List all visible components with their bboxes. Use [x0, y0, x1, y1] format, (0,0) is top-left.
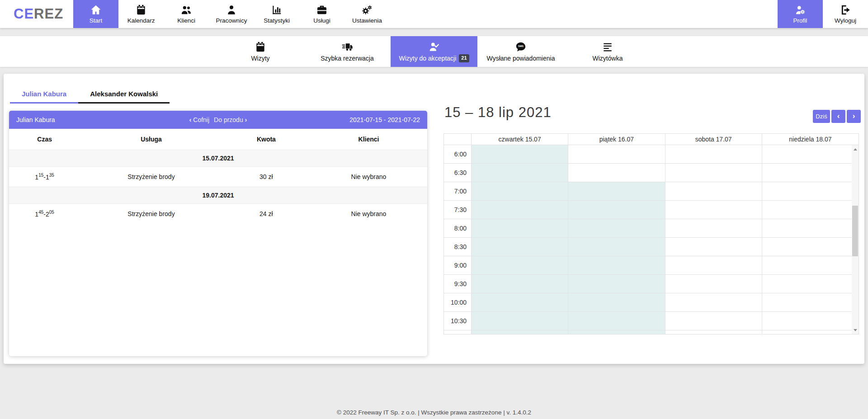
- calendar-slot[interactable]: [665, 312, 762, 330]
- calendar-slot-available[interactable]: [568, 330, 665, 334]
- calendar-slot-available[interactable]: [568, 238, 665, 256]
- calendar-slot[interactable]: [665, 219, 762, 237]
- calendar-slot[interactable]: [665, 182, 762, 200]
- subnav-item-label: Wizyty: [251, 55, 269, 62]
- subnav-item-wizyty-do-akceptacji[interactable]: Wizyty do akceptacji21: [391, 36, 477, 67]
- subnav-item-text: Wizytówka: [593, 55, 623, 62]
- calendar-slot[interactable]: [762, 275, 859, 293]
- calendar-slot[interactable]: [762, 330, 859, 334]
- calendar-slot-available[interactable]: [471, 145, 568, 163]
- nav-item-start[interactable]: Start: [73, 0, 118, 28]
- calendar-slot[interactable]: [762, 164, 859, 182]
- calendar-slot[interactable]: [762, 201, 859, 219]
- calendar-slot-available[interactable]: [471, 201, 568, 219]
- calendar-slot-available[interactable]: [568, 275, 665, 293]
- subnav-item-szybka-rezerwacja[interactable]: Szybka rezerwacja: [304, 36, 391, 67]
- nav-item-label: Wyloguj: [835, 17, 856, 24]
- subnav-item-label: Wysłane powiadomienia: [487, 55, 555, 62]
- calendar-row: 7:00: [444, 182, 859, 201]
- nav-item-klienci[interactable]: Klienci: [164, 0, 209, 28]
- time-label: 6:30: [444, 164, 471, 182]
- scroll-down-icon[interactable]: [852, 327, 859, 334]
- tab-aleksander-kowalski[interactable]: Aleksander Kowalski: [78, 86, 170, 104]
- calendar-slot-available[interactable]: [471, 293, 568, 311]
- calendar-slot[interactable]: [665, 145, 762, 163]
- calendar-slot-available[interactable]: [568, 219, 665, 237]
- nav-item-pracownicy[interactable]: Pracownicy: [209, 0, 254, 28]
- calendar-slot[interactable]: [762, 256, 859, 274]
- subnav-item-wizytowka[interactable]: Wizytówka: [564, 36, 651, 67]
- person-check-icon: [428, 41, 440, 52]
- calendar-slot[interactable]: [665, 275, 762, 293]
- calendar-row: 8:00: [444, 219, 859, 238]
- day-header: piątek 16.07: [568, 134, 665, 145]
- calendar-slot[interactable]: [762, 219, 859, 237]
- calendar-slot[interactable]: [762, 312, 859, 330]
- calendar-slot[interactable]: [665, 330, 762, 334]
- calendar-slot-available[interactable]: [471, 312, 568, 330]
- nav-item-uslugi[interactable]: Usługi: [299, 0, 344, 28]
- calendar-slot-available[interactable]: [471, 330, 568, 334]
- calendar-icon: [255, 41, 266, 53]
- subnav-item-label: Szybka rezerwacja: [321, 55, 374, 62]
- back-link-label: Cofnij: [193, 116, 209, 123]
- appointments-card: Julian Kabura ‹ Cofnij Do przodu › 2021-…: [9, 111, 427, 356]
- nav-item-kalendarz[interactable]: Kalendarz: [118, 0, 164, 28]
- calendar-slot[interactable]: [665, 201, 762, 219]
- calendar-slot-available[interactable]: [568, 312, 665, 330]
- scroll-up-icon[interactable]: [852, 146, 859, 153]
- tab-julian-kabura[interactable]: Julian Kabura: [10, 86, 78, 104]
- subnav-item-text: Wizyty do akceptacji: [399, 55, 456, 62]
- top-nav: CEREZ StartKalendarzKlienciPracownicySta…: [0, 0, 868, 28]
- appointment-row[interactable]: 145-205Strzyżenie brody24 złNie wybrano: [9, 204, 427, 224]
- calendar-slot-available[interactable]: [568, 182, 665, 200]
- calendar-slot[interactable]: [665, 256, 762, 274]
- calendar-slot[interactable]: [762, 145, 859, 163]
- top-nav-spacer: [390, 0, 778, 28]
- calendar-slot[interactable]: [665, 238, 762, 256]
- calendar-grid: czwartek 15.07piątek 16.07sobota 17.07ni…: [443, 133, 859, 334]
- time-label: 9:30: [444, 275, 471, 293]
- calendar-slot-available[interactable]: [471, 275, 568, 293]
- time-label: 6:00: [444, 145, 471, 163]
- calendar-slot-available[interactable]: [471, 219, 568, 237]
- calendar-slot[interactable]: [762, 238, 859, 256]
- calendar-row: 8:30: [444, 238, 859, 256]
- calendar-slot[interactable]: [665, 293, 762, 311]
- calendar-prev-button[interactable]: ‹: [831, 110, 845, 123]
- calendar-slot-available[interactable]: [568, 201, 665, 219]
- date-range: 2021-07-15 - 2021-07-22: [307, 116, 420, 123]
- today-button[interactable]: Dziś: [813, 110, 830, 123]
- nav-item-profil[interactable]: Profil: [778, 0, 823, 28]
- calendar-slot[interactable]: [762, 182, 859, 200]
- nav-item-wyloguj[interactable]: Wyloguj: [823, 0, 868, 28]
- subnav-item-wyslane-powiadomienia[interactable]: SMSWysłane powiadomienia: [477, 36, 564, 67]
- time-label: 7:30: [444, 201, 471, 219]
- calendar-body: 6:006:307:007:308:008:309:009:3010:0010:…: [444, 145, 859, 334]
- appointment-row[interactable]: 115-135Strzyżenie brody30 złNie wybrano: [9, 167, 427, 187]
- appointments-table-header-row: CzasUsługaKwotaKlienci: [9, 129, 427, 150]
- calendar-slot-available[interactable]: [568, 293, 665, 311]
- calendar-slot[interactable]: [568, 145, 665, 163]
- nav-item-statystyki[interactable]: Statystyki: [254, 0, 299, 28]
- chevron-right-icon: ›: [245, 116, 247, 123]
- calendar-slot-available[interactable]: [471, 256, 568, 274]
- time-label: 8:30: [444, 238, 471, 256]
- calendar-slot-available[interactable]: [471, 182, 568, 200]
- forward-link[interactable]: Do przodu ›: [214, 116, 247, 123]
- back-link[interactable]: ‹ Cofnij: [189, 116, 209, 123]
- calendar-icon: [135, 4, 147, 16]
- stats-icon: [271, 4, 283, 16]
- subnav-item-wizyty[interactable]: Wizyty: [217, 36, 304, 67]
- calendar-slot-available[interactable]: [471, 164, 568, 182]
- nav-item-ustawienia[interactable]: Ustawienia: [344, 0, 390, 28]
- calendar-slot-available[interactable]: [568, 256, 665, 274]
- day-header: sobota 17.07: [665, 134, 762, 145]
- calendar-slot[interactable]: [762, 293, 859, 311]
- calendar-slot-available[interactable]: [471, 238, 568, 256]
- calendar-slot[interactable]: [568, 164, 665, 182]
- calendar-next-button[interactable]: ›: [847, 110, 861, 123]
- calendar-scrollbar[interactable]: [852, 145, 859, 334]
- calendar-slot[interactable]: [665, 164, 762, 182]
- scrollbar-thumb[interactable]: [852, 206, 858, 256]
